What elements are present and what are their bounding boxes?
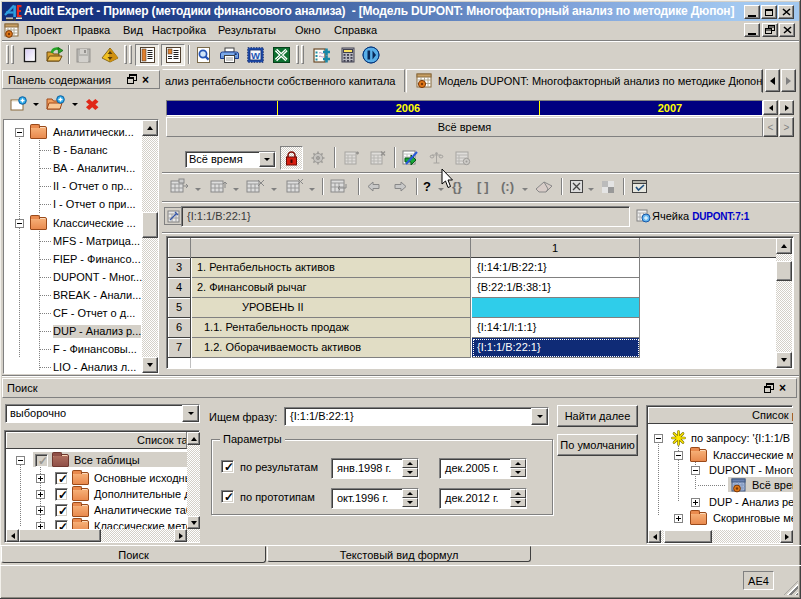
svg-text:W: W bbox=[251, 50, 260, 61]
